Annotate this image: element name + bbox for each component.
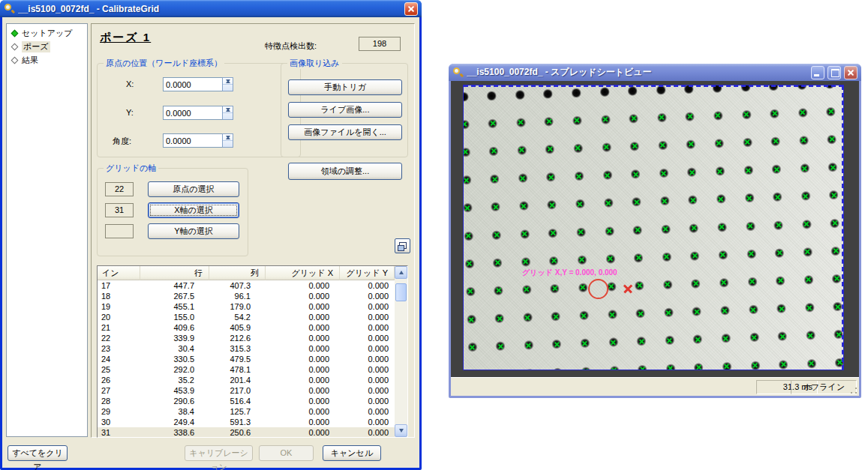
grid-dot-found xyxy=(629,141,639,151)
grid-dot-found xyxy=(551,340,561,349)
scroll-down-icon[interactable] xyxy=(395,424,407,437)
sidebar-item[interactable]: 結果 xyxy=(7,53,87,67)
table-cell: 201.4 xyxy=(209,375,266,385)
column-header-row[interactable]: 行 xyxy=(140,266,209,280)
spin-down-icon[interactable] xyxy=(223,106,233,113)
table-cell: 330.5 xyxy=(140,354,209,364)
resize-grip[interactable] xyxy=(849,386,858,395)
column-header-index[interactable]: インデ... xyxy=(98,266,140,280)
grid-dot-found xyxy=(749,332,758,342)
table-row[interactable]: 25292.0478.10.0000.000 xyxy=(98,364,395,375)
grid-dot-found xyxy=(686,139,695,149)
column-header-grid-x[interactable]: グリッド X xyxy=(266,266,340,280)
table-cell: 24 xyxy=(98,354,140,364)
table-row[interactable]: 31338.6250.60.0000.000 xyxy=(98,427,395,437)
grid-dot-found xyxy=(806,358,816,368)
table-row[interactable]: 18267.596.10.0000.000 xyxy=(98,291,395,301)
angle-input[interactable] xyxy=(163,133,223,148)
grid-dot-found xyxy=(720,306,730,316)
grid-dot-found xyxy=(826,106,836,116)
calibration-grid-image[interactable]: グリッド X,Y = 0.000, 0.000 xyxy=(463,85,844,370)
table-cell: 0.000 xyxy=(266,375,340,385)
manual-trigger-button[interactable]: 手動トリガ xyxy=(288,79,402,95)
select-x-axis-button[interactable]: X軸の選択 xyxy=(148,202,239,218)
column-header-col[interactable]: 列 xyxy=(209,266,266,280)
origin-count-field: 22 xyxy=(105,182,134,196)
table-cell: 338.6 xyxy=(140,427,209,437)
table-cell: 155.0 xyxy=(140,312,209,322)
table-cell: 212.6 xyxy=(209,333,266,343)
grid-dot-found xyxy=(492,258,502,268)
table-cell: 0.000 xyxy=(340,301,395,312)
angle-spinner[interactable] xyxy=(222,133,233,148)
table-row[interactable]: 2938.4125.70.0000.000 xyxy=(98,406,395,417)
grid-dot-found xyxy=(745,221,755,231)
y-spinner[interactable] xyxy=(222,106,233,120)
table-row[interactable]: 19455.1179.00.0000.000 xyxy=(98,301,395,312)
clear-all-button[interactable]: すべてをクリア xyxy=(8,445,68,461)
table-row[interactable]: 28290.6516.40.0000.000 xyxy=(98,396,395,406)
grid-dot-found xyxy=(773,220,783,229)
adjust-region-button[interactable]: 領域の調整... xyxy=(288,163,402,180)
scrollbar-thumb[interactable] xyxy=(395,283,407,301)
popout-table-button[interactable] xyxy=(395,238,410,253)
table-row[interactable]: 30249.4591.30.0000.000 xyxy=(98,417,395,427)
grid-dot-found xyxy=(799,136,809,145)
table-row[interactable]: 24330.5479.50.0000.000 xyxy=(98,354,395,364)
selection-border-top xyxy=(464,85,843,87)
select-origin-button[interactable]: 原点の選択 xyxy=(148,181,239,197)
cancel-button[interactable]: キャンセル xyxy=(323,445,381,461)
window-title: __is5100_0072fd_ - スプレッドシートビュー xyxy=(467,66,808,79)
minimize-icon[interactable] xyxy=(811,66,824,79)
table-row[interactable]: 2330.4315.30.0000.000 xyxy=(98,343,395,354)
grid-dot-found xyxy=(714,139,724,148)
x-input[interactable] xyxy=(163,77,223,91)
table-cell: 267.5 xyxy=(140,291,209,301)
step-state-diamond-icon xyxy=(11,29,19,37)
table-cell: 38.4 xyxy=(140,406,209,417)
grid-dot-found xyxy=(467,343,477,352)
table-row[interactable]: 27453.9217.00.0000.000 xyxy=(98,385,395,396)
table-cell: 479.5 xyxy=(209,354,266,364)
table-row[interactable]: 21409.6405.90.0000.000 xyxy=(98,322,395,333)
spreadsheet-title-bar[interactable]: __is5100_0072fd_ - スプレッドシートビュー xyxy=(449,64,861,81)
table-row[interactable]: 2635.2201.40.0000.000 xyxy=(98,375,395,385)
scroll-up-icon[interactable] xyxy=(395,266,407,279)
grid-dot-found xyxy=(607,310,617,319)
feature-count-value: 198 xyxy=(359,37,401,51)
x-spinner[interactable] xyxy=(222,77,233,91)
spreadsheet-body: グリッド X,Y = 0.000, 0.000 31.3 ms オフライン xyxy=(451,81,859,396)
vertical-scrollbar[interactable] xyxy=(395,266,407,437)
table-cell: 290.6 xyxy=(140,396,209,406)
table-cell: 0.000 xyxy=(340,354,395,364)
grid-dot-found xyxy=(495,341,505,351)
calibrate-title-bar[interactable]: __is5100_0072fd_ - CalibrateGrid xyxy=(0,0,422,17)
y-input[interactable] xyxy=(163,106,223,120)
live-image-button[interactable]: ライブ画像... xyxy=(288,102,402,118)
acquire-groupbox: 画像取り込み 手動トリガ ライブ画像... 画像ファイルを開く... xyxy=(281,63,408,157)
table-cell: 0.000 xyxy=(340,375,395,385)
sidebar-item[interactable]: ポーズ xyxy=(7,40,87,53)
table-cell: 217.0 xyxy=(209,385,266,396)
setup-list[interactable]: セットアップポーズ結果 xyxy=(6,23,88,437)
table-row[interactable]: 22339.9212.60.0000.000 xyxy=(98,333,395,343)
table-row[interactable]: 20155.054.20.0000.000 xyxy=(98,312,395,322)
grid-dot-unmarked xyxy=(599,86,609,96)
table-row[interactable]: 17447.7407.30.0000.000 xyxy=(98,280,395,291)
dialog-body: セットアップポーズ結果 ポーズ 1 特徴点検出数: 198 原点の位置（ワールド… xyxy=(2,17,419,468)
select-y-axis-button[interactable]: Y軸の選択 xyxy=(148,223,239,239)
close-icon[interactable] xyxy=(844,66,857,79)
grid-dot-found xyxy=(694,362,704,370)
maximize-icon[interactable] xyxy=(827,66,841,79)
sidebar-item[interactable]: セットアップ xyxy=(7,26,87,40)
acquire-group-title: 画像取り込み xyxy=(287,58,342,69)
table-cell: 21 xyxy=(98,322,140,333)
grid-dot-found xyxy=(830,218,839,228)
spin-down-icon[interactable] xyxy=(223,78,233,85)
origin-group-title: 原点の位置（ワールド座標系） xyxy=(104,58,224,69)
column-header-grid-y[interactable]: グリッド Y xyxy=(340,266,395,280)
spin-down-icon[interactable] xyxy=(223,134,233,141)
open-image-file-button[interactable]: 画像ファイルを開く... xyxy=(288,124,402,140)
close-icon[interactable] xyxy=(404,2,418,16)
grid-axes-group-title: グリッドの軸 xyxy=(104,163,158,174)
